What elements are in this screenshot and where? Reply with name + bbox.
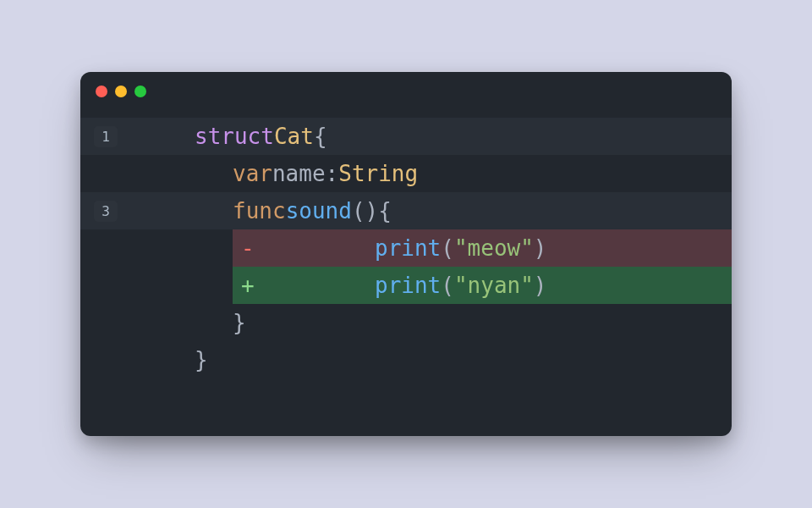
code-line[interactable]: } xyxy=(80,304,732,341)
punct-token: ( xyxy=(441,273,454,298)
function-token: print xyxy=(375,235,441,261)
code-content: var name: String xyxy=(131,155,732,192)
gutter: 3 xyxy=(80,201,131,222)
code-line[interactable]: } xyxy=(80,341,732,378)
punct-token: ) xyxy=(534,273,547,298)
type-token: Cat xyxy=(274,124,314,149)
punct-token: ( xyxy=(441,235,454,261)
code-line[interactable]: 1 struct Cat { xyxy=(80,118,732,155)
code-editor[interactable]: 1 struct Cat { var name: String 3 func s… xyxy=(80,111,732,378)
gutter: 1 xyxy=(80,126,131,147)
function-token: sound xyxy=(286,198,352,224)
string-token: "meow" xyxy=(454,235,534,261)
identifier-token: name xyxy=(272,161,326,186)
minimize-icon[interactable] xyxy=(115,86,127,97)
function-token: print xyxy=(375,273,441,298)
punct-token: } xyxy=(195,347,208,373)
code-content: struct Cat { xyxy=(131,118,732,155)
code-line-added[interactable]: + print("nyan") xyxy=(80,267,732,304)
code-line[interactable]: var name: String xyxy=(80,155,732,192)
keyword-token: struct xyxy=(195,124,274,149)
punct-token: ) xyxy=(534,235,547,261)
close-icon[interactable] xyxy=(96,86,107,97)
keyword-token: var xyxy=(233,161,272,186)
code-content: print("nyan") xyxy=(334,267,732,304)
editor-window: 1 struct Cat { var name: String 3 func s… xyxy=(80,72,732,436)
code-content: } xyxy=(131,341,732,378)
diff-minus-icon: - xyxy=(233,229,334,267)
punct-token: : xyxy=(326,161,339,186)
punct-token: } xyxy=(233,310,246,335)
code-line-removed[interactable]: - print("meow") xyxy=(80,229,732,267)
type-token: String xyxy=(338,161,418,186)
code-line[interactable]: 3 func sound() { xyxy=(80,192,732,229)
punct-token: { xyxy=(314,124,327,149)
punct-token: () xyxy=(352,198,378,224)
code-content: } xyxy=(131,304,732,341)
diff-plus-icon: + xyxy=(233,267,334,304)
window-titlebar xyxy=(80,72,732,111)
punct-token: { xyxy=(378,198,392,224)
string-token: "nyan" xyxy=(454,273,534,298)
code-content: print("meow") xyxy=(334,229,732,267)
zoom-icon[interactable] xyxy=(134,86,146,97)
line-number: 1 xyxy=(94,126,118,147)
keyword-token: func xyxy=(233,198,286,224)
line-number: 3 xyxy=(94,201,118,222)
code-content: func sound() { xyxy=(131,192,732,229)
